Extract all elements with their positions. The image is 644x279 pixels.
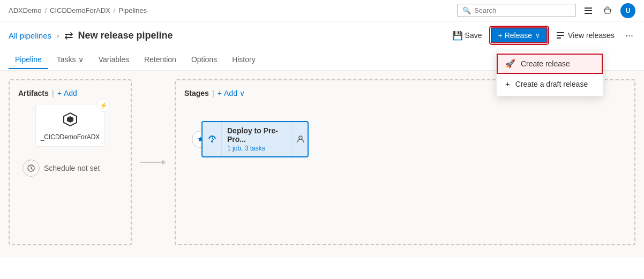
add-stage-button[interactable]: + Add ∨ <box>218 89 245 97</box>
header-actions: 💾 Save + Release ∨ 🚀 Create release + Cr… <box>448 27 635 43</box>
page-title: New release pipeline <box>78 30 173 41</box>
breadcrumb-sep-1: / <box>44 6 47 14</box>
artifacts-header: Artifacts | + Add <box>18 89 122 97</box>
add-stage-plus-icon: + <box>218 89 222 97</box>
breadcrumb-item-3[interactable]: Pipelines <box>118 6 147 14</box>
avatar[interactable]: U <box>620 3 635 18</box>
stage-person-icon[interactable] <box>293 122 308 156</box>
tab-pipeline[interactable]: Pipeline <box>9 51 48 69</box>
add-artifact-label: Add <box>64 89 77 97</box>
save-button[interactable]: 💾 Save <box>448 28 486 43</box>
svg-point-10 <box>299 136 302 139</box>
stage-deploy-icon <box>203 122 222 156</box>
search-icon: 🔍 <box>462 6 471 14</box>
tasks-chevron-icon: ∨ <box>78 55 84 64</box>
breadcrumb-item-2[interactable]: CICDDemoForADX <box>50 6 110 14</box>
connector-arrowhead <box>162 160 166 165</box>
artifact-type-icon <box>61 110 80 129</box>
basket-icon <box>603 6 612 15</box>
create-release-icon: 🚀 <box>505 59 515 69</box>
breadcrumb: ADXDemo / CICDDemoForADX / Pipelines <box>9 6 147 14</box>
stages-sep: | <box>212 89 214 97</box>
view-releases-label: View releases <box>568 31 615 40</box>
top-right-bar: 🔍 U <box>458 3 635 18</box>
connector-line <box>140 162 162 163</box>
view-releases-icon <box>556 31 565 40</box>
create-release-label: Create release <box>521 59 570 68</box>
stage-meta: 1 job, 3 tasks <box>227 145 287 152</box>
add-stage-label: Add <box>224 89 237 97</box>
save-icon: 💾 <box>452 31 463 41</box>
tab-variables[interactable]: Variables <box>92 51 136 69</box>
tab-retention[interactable]: Retention <box>138 51 183 69</box>
stages-box: Stages | + Add ∨ <box>175 79 635 245</box>
stage-card[interactable]: Deploy to Pre-Pro... 1 job, 3 tasks <box>201 121 309 157</box>
breadcrumb-sep-2: / <box>114 6 116 14</box>
breadcrumb-item-1[interactable]: ADXDemo <box>9 6 41 14</box>
list-icon-button[interactable] <box>582 4 595 17</box>
arrow-line <box>140 160 166 165</box>
lightning-badge: ⚡ <box>97 99 110 112</box>
tab-tasks[interactable]: Tasks ∨ <box>50 51 90 69</box>
svg-marker-7 <box>67 116 73 123</box>
schedule-area[interactable]: Schedule not set <box>18 155 122 181</box>
schedule-label: Schedule not set <box>44 164 100 172</box>
header-left: All pipelines › ⇄ New release pipeline <box>9 29 173 42</box>
more-icon: ··· <box>625 30 633 41</box>
basket-icon-button[interactable] <box>601 4 614 17</box>
create-release-item[interactable]: 🚀 Create release <box>497 54 603 74</box>
artifacts-box: Artifacts | + Add ⚡ _CICDDemoForADX <box>9 79 132 245</box>
svg-rect-0 <box>585 7 592 9</box>
stage-name: Deploy to Pre-Pro... <box>227 126 287 144</box>
artifacts-sep: | <box>52 89 54 97</box>
create-draft-release-item[interactable]: + Create a draft release <box>497 74 603 94</box>
search-box[interactable]: 🔍 <box>458 4 575 17</box>
svg-rect-1 <box>585 10 592 11</box>
svg-rect-3 <box>557 32 564 33</box>
artifact-name: _CICDDemoForADX <box>41 133 100 141</box>
artifacts-title: Artifacts <box>18 89 49 97</box>
release-plus-icon: + <box>498 31 503 40</box>
more-actions-button[interactable]: ··· <box>623 28 635 43</box>
tab-history[interactable]: History <box>226 51 262 69</box>
svg-point-9 <box>211 140 213 142</box>
stage-connector <box>132 160 175 165</box>
save-label: Save <box>465 31 482 40</box>
create-draft-icon: + <box>505 79 510 88</box>
artifact-card[interactable]: ⚡ _CICDDemoForADX <box>35 104 105 147</box>
release-chevron-icon: ∨ <box>535 32 540 39</box>
svg-rect-4 <box>557 35 564 36</box>
breadcrumb-chevron: › <box>57 32 59 40</box>
pipeline-canvas: Artifacts | + Add ⚡ _CICDDemoForADX <box>9 79 635 245</box>
release-label: Release <box>505 31 532 40</box>
release-dropdown: 🚀 Create release + Create a draft releas… <box>496 51 603 96</box>
breadcrumb-bar: ADXDemo / CICDDemoForADX / Pipelines 🔍 U <box>0 0 644 21</box>
add-stage-chevron-icon: ∨ <box>239 89 245 97</box>
search-input[interactable] <box>474 6 571 14</box>
add-artifact-plus-icon: + <box>57 89 62 97</box>
add-artifact-button[interactable]: + Add <box>57 89 77 97</box>
header-row: All pipelines › ⇄ New release pipeline 💾… <box>0 21 644 49</box>
release-button[interactable]: + Release ∨ <box>491 27 548 43</box>
svg-rect-2 <box>585 13 592 14</box>
main-content: Artifacts | + Add ⚡ _CICDDemoForADX <box>0 71 644 258</box>
view-releases-button[interactable]: View releases <box>552 29 619 42</box>
create-draft-label: Create a draft release <box>515 80 588 88</box>
all-pipelines-link[interactable]: All pipelines <box>9 31 51 40</box>
stage-content: Deploy to Pre-Pro... 1 job, 3 tasks <box>222 122 293 156</box>
stages-title: Stages <box>184 89 209 97</box>
pipeline-icon: ⇄ <box>64 29 73 42</box>
list-icon <box>584 6 593 15</box>
svg-rect-5 <box>557 37 561 39</box>
tab-options[interactable]: Options <box>185 51 223 69</box>
schedule-icon <box>23 160 40 177</box>
